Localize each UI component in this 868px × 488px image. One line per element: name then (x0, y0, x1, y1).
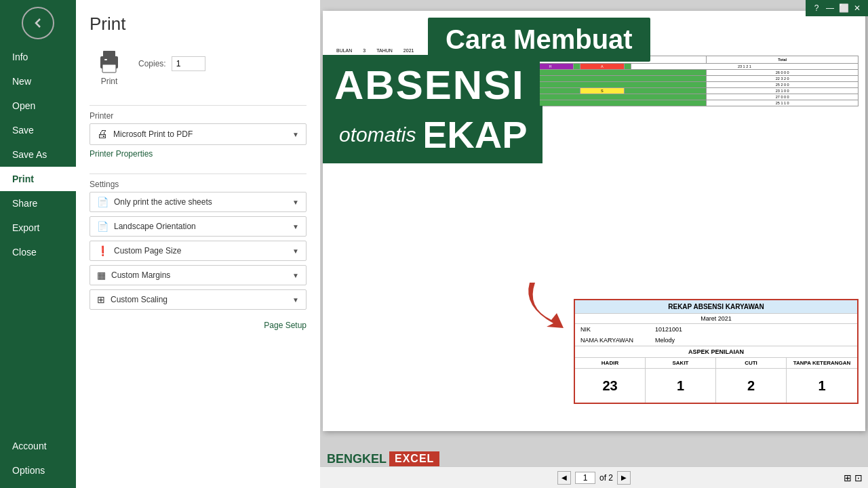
copies-row: Copies: (138, 56, 205, 71)
zoom-icon[interactable]: ⊡ (854, 472, 863, 483)
rekap-nama-row: NAMA KARYAWAN Melody (575, 335, 857, 346)
sidebar-item-export[interactable]: Export (0, 216, 76, 240)
maximize-icon[interactable]: ⬜ (838, 3, 849, 14)
svg-rect-1 (103, 51, 115, 58)
excel-badge: EXCEL (389, 451, 439, 466)
minimize-icon[interactable]: — (825, 3, 835, 14)
printer-value: Microsoft Print to PDF (113, 129, 292, 139)
preview-area: ABSENSI KARYAWAN Maret 2021 BULAN 3 TAHU… (320, 0, 868, 488)
main-content: Print Print Copies: (76, 0, 868, 488)
print-panel: Print Print Copies: (76, 0, 868, 488)
value-tanpa: 1 (787, 369, 857, 403)
aspek-title: ASPEK PENILAIAN (575, 346, 857, 358)
page-preview: ABSENSI KARYAWAN Maret 2021 BULAN 3 TAHU… (323, 11, 865, 431)
header-cuti: CUTI (716, 358, 787, 368)
scaling-icon: ⊞ (97, 294, 105, 305)
margins-option: Custom Margins (111, 270, 292, 280)
sidebar-item-info[interactable]: Info (0, 45, 76, 69)
orientation-icon: 📄 (97, 221, 108, 232)
window-chrome: ? — ⬜ ✕ (806, 0, 868, 16)
scaling-dropdown[interactable]: ⊞ Custom Scaling ▼ (90, 289, 307, 310)
sidebar-item-open[interactable]: Open (0, 94, 76, 118)
printer-dropdown[interactable]: 🖨 Microsoft Print to PDF ▼ (90, 123, 307, 145)
svg-rect-2 (102, 64, 116, 73)
print-button-row: Print Copies: (90, 44, 307, 89)
prev-page-button[interactable]: ◀ (557, 471, 571, 485)
sheets-icon: 📄 (97, 197, 108, 207)
print-button[interactable]: Print (90, 44, 129, 89)
margins-icon: ▦ (97, 270, 106, 281)
orientation-option: Landscape Orientation (114, 222, 292, 231)
printer-label: Printer (90, 111, 307, 121)
tahun-value: 2021 (403, 48, 414, 53)
value-cuti: 2 (716, 369, 787, 403)
header-sakit: SAKIT (646, 358, 716, 368)
aspek-headers: HADIR SAKIT CUTI TANPA KETERANGAN (575, 358, 857, 369)
rekap-nik-row: NIK 10121001 (575, 324, 857, 335)
rekap-card: REKAP ABSENSI KARYAWAN Maret 2021 NIK 10… (574, 299, 859, 404)
close-icon[interactable]: ✕ (852, 3, 863, 14)
page-total: of 2 (599, 473, 613, 483)
settings-section-label: Settings (90, 180, 307, 189)
sheets-dropdown[interactable]: 📄 Only print the active sheets ▼ (90, 192, 307, 212)
printer-icon: 🖨 (97, 128, 108, 140)
rekap-title: REKAP ABSENSI KARYAWAN (575, 300, 857, 314)
help-icon[interactable]: ? (811, 3, 822, 14)
header-hadir: HADIR (575, 358, 646, 368)
scaling-option: Custom Scaling (111, 295, 292, 304)
sidebar-item-options[interactable]: Options (0, 458, 76, 483)
copies-label: Copies: (138, 59, 166, 68)
back-button[interactable] (22, 7, 54, 39)
settings-panel: Print Print Copies: (76, 0, 320, 488)
printer-properties-link[interactable]: Printer Properties (90, 149, 307, 159)
sidebar-item-account[interactable]: Account (0, 434, 76, 458)
rekap-nik-label: NIK (580, 326, 655, 333)
sidebar-item-save-as[interactable]: Save As (0, 142, 76, 167)
copies-input[interactable] (172, 56, 205, 71)
next-page-button[interactable]: ▶ (617, 471, 631, 485)
rekap-nama-label: NAMA KARYAWAN (580, 337, 655, 344)
page-setup-link[interactable]: Page Setup (90, 321, 307, 330)
sheets-option: Only print the active sheets (114, 197, 292, 207)
page-size-option: Custom Page Size (114, 246, 292, 256)
bulan-value: 3 (363, 48, 366, 53)
cara-membuat-banner: Cara Membuat (428, 18, 650, 62)
printer-dropdown-arrow: ▼ (292, 131, 299, 138)
value-hadir: 23 (575, 369, 646, 403)
rekap-nama-value: Melody (655, 337, 675, 344)
bulan-label: BULAN (336, 48, 352, 53)
view-mode-icon[interactable]: ⊞ (844, 472, 852, 483)
tahun-label: TAHUN (376, 48, 393, 53)
print-title: Print (90, 14, 307, 35)
page-navigation: ◀ of 2 ▶ ⊞ ⊡ (320, 466, 868, 488)
sidebar-item-new[interactable]: New (0, 69, 76, 94)
print-button-label: Print (101, 77, 118, 86)
arrow-indicator (516, 279, 570, 336)
bottom-logo: BENGKEL EXCEL (327, 451, 439, 466)
page-size-dropdown[interactable]: ❗ Custom Page Size ▼ (90, 241, 307, 261)
page-size-icon: ❗ (97, 245, 108, 256)
margins-dropdown[interactable]: ▦ Custom Margins ▼ (90, 265, 307, 285)
sidebar-item-close[interactable]: Close (0, 240, 76, 264)
bengkel-text: BENGKEL (327, 452, 387, 466)
rekap-nik-value: 10121001 (655, 326, 682, 333)
svg-rect-3 (104, 59, 107, 60)
rekap-subtitle: Maret 2021 (575, 314, 857, 324)
orientation-dropdown[interactable]: 📄 Landscape Orientation ▼ (90, 216, 307, 237)
sidebar: Info New Open Save Save As Print Share E… (0, 0, 76, 488)
aspek-values: 23 1 2 1 (575, 369, 857, 403)
sidebar-item-print[interactable]: Print (0, 167, 76, 191)
page-number-input[interactable] (575, 472, 595, 484)
value-sakit: 1 (646, 369, 716, 403)
otomatis-subtext: otomatis (330, 122, 425, 148)
sidebar-item-save[interactable]: Save (0, 118, 76, 142)
header-tanpa: TANPA KETERANGAN (787, 358, 857, 368)
sidebar-item-share[interactable]: Share (0, 191, 76, 216)
